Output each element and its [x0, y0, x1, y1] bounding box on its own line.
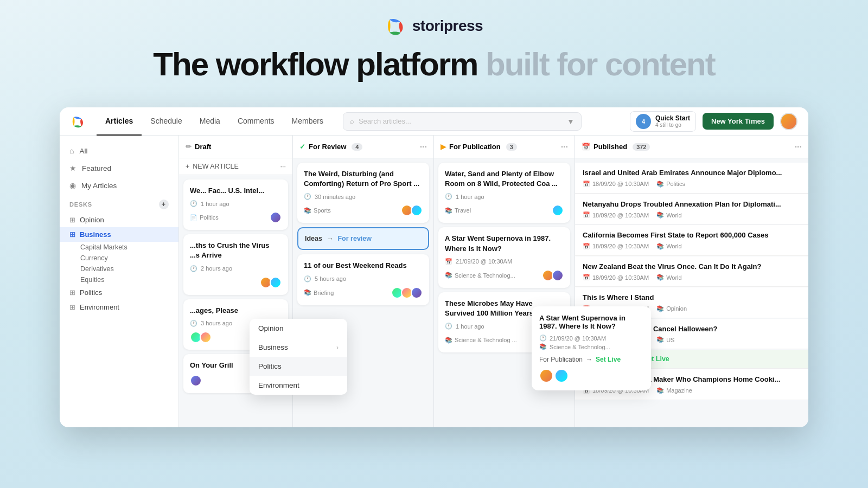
search-icon: ⌕ [350, 117, 354, 125]
sidebar-item-politics[interactable]: ⊞ Politics [60, 285, 178, 300]
tag-label: Science & Technolog... [455, 272, 515, 279]
tooltip-tag-meta: 📚 Science & Technolog... [539, 343, 643, 350]
sidebar-all-label: All [79, 147, 87, 155]
headline-light2: built for content [486, 46, 715, 82]
new-article-button[interactable]: + NEW ARTICLE ··· [179, 158, 292, 175]
card-tag: 📚 Science & Technolog... [445, 272, 515, 279]
sidebar-item-featured[interactable]: ★ Featured [60, 159, 178, 177]
tab-articles[interactable]: Articles [97, 107, 142, 136]
table-row[interactable]: ...ths to Crush the Virus...s Arrive 🕐 2… [183, 234, 288, 294]
card-meta: 🕐 5 hours ago [304, 275, 423, 282]
col-menu-icon[interactable]: ··· [795, 142, 802, 152]
card-title: ...ths to Crush the Virus...s Arrive [190, 241, 282, 260]
sidebar-sub-currency[interactable]: Currency [60, 253, 178, 264]
layers-icon-env: ⊞ [69, 303, 75, 311]
sidebar-sub-capital-markets[interactable]: Capital Markets [60, 242, 178, 253]
avatar [411, 204, 423, 216]
avatar [200, 331, 212, 343]
storipress-logo-icon [385, 15, 407, 37]
card-title: We... Fac... U.S. Intel... [190, 186, 282, 196]
pub-title: California Becomes First State to Report… [583, 230, 801, 240]
layers-icon-business: ⊞ [69, 230, 75, 239]
search-bar[interactable]: ⌕ Search articles... ▼ [343, 112, 582, 131]
add-desk-button[interactable]: + [159, 200, 169, 209]
pub-tag: US [666, 337, 674, 343]
clock-icon: 🕐 [190, 320, 197, 327]
card-meta: 🕐 2 hours ago [190, 265, 282, 272]
tab-comments[interactable]: Comments [229, 107, 283, 136]
sidebar-sub-equities[interactable]: Equities [60, 274, 178, 285]
person-icon: ◉ [69, 181, 76, 190]
card-tag: 📚 Travel [445, 207, 471, 214]
tooltip-tag: Science & Technolog... [550, 344, 610, 350]
dropdown-item-politics[interactable]: Politics [250, 357, 347, 376]
table-row[interactable]: We... Fac... U.S. Intel... 🕐 1 hour ago … [183, 179, 288, 230]
tab-members[interactable]: Members [283, 107, 332, 136]
col-menu-icon[interactable]: ··· [420, 142, 427, 152]
pub-date: 18/09/20 @ 10:30AM [592, 181, 649, 187]
avatar [554, 369, 569, 383]
dropdown-item-environment[interactable]: Environment [250, 376, 347, 395]
article-tooltip: A Star Went Supernova in 1987. Where Is … [532, 306, 651, 390]
dropdown-label: Environment [258, 381, 299, 389]
set-live-row[interactable]: For Publication → Set Live [539, 356, 643, 363]
sidebar-item-opinion[interactable]: ⊞ Opinion [60, 213, 178, 227]
for-pub-col-header: ▶ For Publication 3 ··· [434, 136, 575, 158]
tab-media[interactable]: Media [191, 107, 229, 136]
draft-col-label: Draft [195, 143, 211, 151]
for-pub-label: For Publication [449, 143, 501, 151]
pub-title: Israel and United Arab Emirates Announce… [583, 168, 801, 178]
tag-icon: 📚 [304, 289, 311, 296]
avatar [190, 375, 202, 387]
logo-area: storipress [0, 15, 868, 37]
avatar [270, 277, 282, 288]
published-col-header: 📅 Published 372 ··· [575, 136, 808, 158]
dropdown-item-business[interactable]: Business › [250, 338, 347, 357]
card-time: 5 hours ago [315, 275, 346, 282]
card-title: The Weird, Disturbing (and Comforting) R… [304, 169, 423, 189]
avatar [552, 269, 564, 281]
table-row[interactable]: Netanyahu Drops Troubled Annexation Plan… [575, 194, 808, 225]
pub-tag: World [666, 212, 682, 219]
card-meta: 🕐 1 hour ago [445, 193, 564, 200]
user-avatar[interactable] [780, 113, 797, 130]
app-window: Articles Schedule Media Comments Members… [60, 107, 808, 427]
tab-schedule[interactable]: Schedule [142, 107, 190, 136]
sidebar-sub-derivatives[interactable]: Derivatives [60, 264, 178, 274]
sidebar-item-environment[interactable]: ⊞ Environment [60, 300, 178, 314]
tag-icon: 📚 [445, 337, 452, 344]
table-row[interactable]: New Zealand Beat the Virus Once. Can It … [575, 256, 808, 287]
dropdown-item-opinion[interactable]: Opinion [250, 319, 347, 338]
set-live-button[interactable]: Set Live [596, 356, 621, 363]
card-meta: 📅 21/09/20 @ 10:30AM [445, 258, 564, 265]
for-review-col-header: ✓ For Review 4 ··· [293, 136, 433, 158]
table-row[interactable]: California Becomes First State to Report… [575, 225, 808, 256]
col-menu-icon[interactable]: ··· [561, 142, 568, 152]
star-icon: ★ [69, 164, 76, 172]
tag-icon: 📚 [656, 274, 664, 281]
calendar-icon: 📅 [445, 258, 452, 265]
table-row[interactable]: Israel and United Arab Emirates Announce… [575, 163, 808, 194]
table-row[interactable]: 11 of our Best Weekend Reads 🕐 5 hours a… [297, 254, 429, 305]
hero-headline: The workflow platform built for content [0, 47, 868, 82]
quick-start-sub: 4 still to go [655, 122, 690, 128]
table-row[interactable]: A Star Went Supernova in 1987. Where Is … [438, 227, 570, 287]
tag-icon: 📚 [656, 336, 664, 343]
nyt-button[interactable]: New York Times [703, 113, 774, 130]
dropdown-label: Business [258, 343, 288, 351]
table-row[interactable]: The Weird, Disturbing (and Comforting) R… [297, 163, 429, 223]
opinion-label: Opinion [80, 216, 104, 224]
table-row[interactable]: Water, Sand and Plenty of Elbow Room on … [438, 163, 570, 223]
ideas-flow-card[interactable]: Ideas → For review [297, 227, 429, 250]
tag-icon: 📚 [656, 243, 664, 250]
topbar-logo-icon [71, 114, 86, 129]
tooltip-date: 21/09/20 @ 10:30AM [550, 335, 606, 342]
tag-icon: 📚 [539, 343, 547, 350]
quick-start-label: Quick Start [655, 114, 690, 122]
sidebar-myarticles-label: My Articles [81, 182, 117, 190]
sidebar-item-business[interactable]: ⊞ Business [60, 227, 178, 242]
sidebar-item-all[interactable]: ⌂ All [60, 142, 178, 159]
quick-start-badge[interactable]: 4 Quick Start 4 still to go [630, 111, 696, 132]
sidebar-item-my-articles[interactable]: ◉ My Articles [60, 177, 178, 194]
for-pub-count: 3 [506, 143, 517, 151]
